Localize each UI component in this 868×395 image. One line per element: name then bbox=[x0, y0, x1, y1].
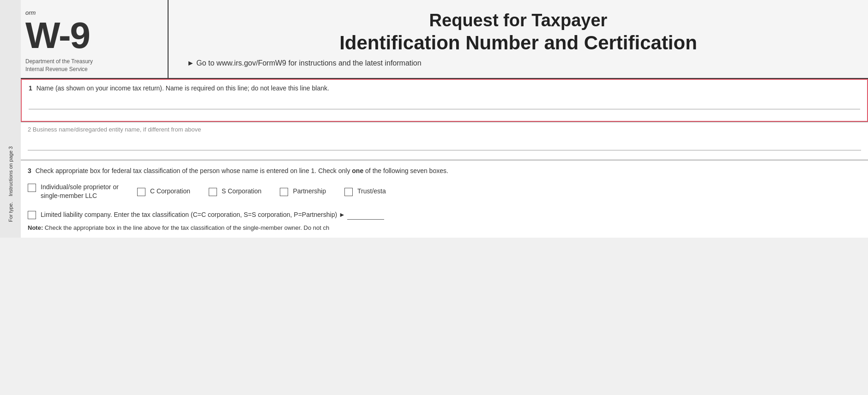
note-bold: Note: bbox=[28, 224, 43, 231]
section-1-num: 1 bbox=[29, 84, 32, 92]
checkbox-partnership: Partnership bbox=[280, 187, 326, 196]
section-2: 2 Business name/disregarded entity name,… bbox=[21, 122, 868, 160]
note-text: Note: Check the appropriate box in the l… bbox=[28, 223, 861, 233]
header-content: orm W-9 Department of the Treasury Inter… bbox=[21, 0, 868, 79]
section-3-title-part2: of the following seven boxes. bbox=[365, 167, 448, 174]
note-content: Check the appropriate box in the line ab… bbox=[45, 224, 329, 231]
form-title-sub: Identification Number and Certification bbox=[339, 31, 697, 54]
checkbox-s-corp: S Corporation bbox=[209, 187, 261, 196]
header-wrapper: orm W-9 Department of the Treasury Inter… bbox=[0, 0, 868, 79]
form-header: orm W-9 Department of the Treasury Inter… bbox=[21, 0, 868, 79]
llc-text: Limited liability company. Enter the tax… bbox=[41, 210, 384, 220]
section-1-label: 1 Name (as shown on your income tax retu… bbox=[29, 84, 860, 92]
checkbox-s-corp-box[interactable] bbox=[209, 188, 217, 196]
section-3-title-part1: Check appropriate box for federal tax cl… bbox=[36, 167, 350, 174]
checkboxes-row: Individual/sole proprietor or single-mem… bbox=[28, 183, 861, 201]
checkbox-individual-label: Individual/sole proprietor or single-mem… bbox=[41, 183, 119, 201]
section-3-title: 3 Check appropriate box for federal tax … bbox=[28, 166, 861, 176]
section-2-text: Business name/disregarded entity name, i… bbox=[33, 126, 201, 133]
llc-row: Limited liability company. Enter the tax… bbox=[28, 210, 861, 220]
sidebar-type-text: For type. bbox=[8, 202, 13, 221]
section-3-num: 3 bbox=[28, 167, 31, 174]
checkbox-partnership-label: Partnership bbox=[293, 187, 326, 196]
checkbox-llc-box[interactable] bbox=[28, 211, 36, 219]
checkbox-individual-label-line1: Individual/sole proprietor or bbox=[41, 183, 119, 192]
agency-line1: Department of the Treasury bbox=[25, 58, 158, 66]
llc-label: Limited liability company. Enter the tax… bbox=[41, 211, 345, 218]
checkbox-individual-box[interactable] bbox=[28, 184, 36, 192]
rotated-text-container: For type. Instructions on page 3 bbox=[0, 79, 21, 289]
checkbox-s-corp-label: S Corporation bbox=[222, 187, 261, 196]
form-title-main: Request for Taxpayer bbox=[429, 10, 608, 31]
form-number: W-9 bbox=[25, 17, 158, 54]
checkbox-partnership-box[interactable] bbox=[280, 188, 288, 196]
agency-line2: Internal Revenue Service bbox=[25, 66, 158, 73]
checkbox-trust-box[interactable] bbox=[344, 188, 353, 196]
section-3-title-bold: one bbox=[352, 167, 363, 174]
checkbox-c-corp-box[interactable] bbox=[137, 188, 145, 196]
form-url: ► Go to www.irs.gov/FormW9 for instructi… bbox=[178, 59, 422, 67]
agency-info: Department of the Treasury Internal Reve… bbox=[25, 58, 158, 73]
rotated-text: For type. Instructions on page 3 bbox=[8, 83, 13, 286]
llc-field-line[interactable] bbox=[347, 219, 384, 220]
main-content: For type. Instructions on page 3 1 Name … bbox=[0, 79, 868, 238]
section-1-text: Name (as shown on your income tax return… bbox=[36, 84, 329, 92]
page-container: orm W-9 Department of the Treasury Inter… bbox=[0, 0, 868, 395]
section-2-field[interactable] bbox=[28, 137, 861, 150]
section-2-num: 2 bbox=[28, 126, 31, 133]
section-1: 1 Name (as shown on your income tax retu… bbox=[21, 79, 868, 122]
sidebar-instructions-text: Instructions on page 3 bbox=[8, 146, 13, 196]
checkbox-c-corp: C Corporation bbox=[137, 187, 190, 196]
section-2-label: 2 Business name/disregarded entity name,… bbox=[28, 126, 861, 133]
checkbox-c-corp-label: C Corporation bbox=[150, 187, 190, 196]
form-sections: 1 Name (as shown on your income tax retu… bbox=[21, 79, 868, 238]
section-3: 3 Check appropriate box for federal tax … bbox=[21, 160, 868, 238]
checkbox-individual: Individual/sole proprietor or single-mem… bbox=[28, 183, 119, 201]
section-1-field[interactable] bbox=[29, 96, 860, 109]
header-right: Request for Taxpayer Identification Numb… bbox=[169, 0, 868, 78]
header-left: orm W-9 Department of the Treasury Inter… bbox=[21, 0, 169, 78]
header-left-pad bbox=[0, 0, 21, 79]
left-sidebar: For type. Instructions on page 3 bbox=[0, 79, 21, 238]
checkbox-trust: Trust/esta bbox=[344, 187, 386, 196]
checkbox-individual-label-line2: single-member LLC bbox=[41, 192, 119, 201]
checkbox-trust-label: Trust/esta bbox=[357, 187, 386, 196]
